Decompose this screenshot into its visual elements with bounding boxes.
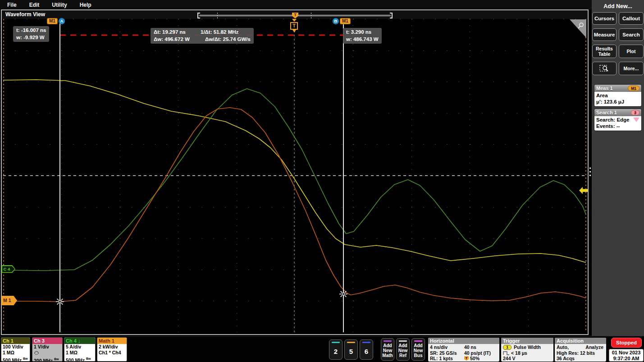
waveform-view-titlebar: Waveform View T bbox=[2, 10, 588, 19]
add-new-header: Add New... bbox=[592, 3, 644, 12]
cursor-b-marker[interactable] bbox=[339, 290, 347, 298]
meas1-value: μ': 123.6 μJ bbox=[596, 99, 639, 105]
settings-bar: Ch 1 100 V/div 1 MΩ 500 MHz Bw Ch 3 1 V/… bbox=[0, 336, 644, 362]
more-button[interactable]: More... bbox=[619, 62, 644, 75]
search1-events: Events: -- bbox=[596, 123, 639, 129]
search1-title: Search 1 bbox=[596, 110, 617, 115]
trigger-panel[interactable]: Trigger 1Pulse Width < 18 μs 244 V bbox=[501, 338, 553, 362]
menu-help[interactable]: Help bbox=[80, 2, 91, 8]
record-tick-right bbox=[311, 13, 311, 18]
plot-button[interactable]: Plot bbox=[619, 45, 644, 58]
search1-result-card[interactable]: Search 1 3 Search: Edge Events: -- bbox=[594, 109, 642, 131]
cursor-a-badges[interactable]: M1 A bbox=[47, 18, 65, 24]
panel-splitter-handle[interactable] bbox=[589, 165, 592, 178]
trigger-arrow-icon bbox=[292, 19, 297, 22]
add-new-math-button[interactable]: AddNew Math bbox=[381, 338, 394, 361]
trigger-t-icon: T bbox=[290, 22, 298, 30]
trigger-position-icon: T bbox=[464, 356, 469, 361]
horizontal-panel[interactable]: Horizontal 4 ns/div 40 ns SR: 25 GS/s 40… bbox=[428, 338, 499, 362]
add-new-ref-button[interactable]: AddNew Ref bbox=[396, 338, 410, 361]
ch4-offset-arrow-icon: ↓ bbox=[78, 338, 81, 344]
meas1-source-badge: M1 bbox=[628, 86, 639, 91]
menu-edit[interactable]: Edit bbox=[29, 2, 40, 8]
cursor-delta-readout: Δt: 19.297 ns 1/Δt: 51.82 MHz Δw: 496.67… bbox=[151, 28, 254, 44]
trigger-source-badge: 1 bbox=[503, 345, 512, 350]
cursor-a-badge[interactable]: A bbox=[59, 18, 65, 24]
scope-button-5[interactable]: 5 bbox=[344, 339, 358, 360]
datetime-display: 01 Nov 2023 9:37:20 AM bbox=[609, 349, 644, 362]
meas1-result-card[interactable]: Meas 1 M1 Area μ': 123.6 μJ bbox=[594, 84, 642, 107]
menu-bar: File Edit Utility Help bbox=[0, 0, 644, 9]
trigger-flag-tip bbox=[292, 30, 296, 32]
cursor-b-readout: t: 3.290 ns w: 486.743 W bbox=[343, 28, 382, 44]
search1-count-badge: 3 bbox=[631, 110, 639, 115]
scope-button-6[interactable]: 6 bbox=[360, 339, 373, 360]
graticule-area: M1 A t: -16.007 ns w: -9.929 W Δt: 19.29… bbox=[3, 19, 586, 332]
search1-type: Search: Edge bbox=[596, 117, 630, 123]
cursor-a-marker[interactable] bbox=[56, 298, 64, 306]
ch1-badge[interactable]: Ch 1 100 V/div 1 MΩ 500 MHz Bw bbox=[1, 337, 30, 362]
acquisition-panel[interactable]: Acquisition Auto, Analyze High Res: 12 b… bbox=[555, 338, 606, 362]
record-trigger-marker[interactable]: T bbox=[292, 13, 298, 18]
probe-icon bbox=[32, 350, 62, 356]
falling-edge-icon bbox=[633, 118, 639, 122]
pulse-width-icon bbox=[503, 351, 510, 355]
waveform-view-window: Waveform View T M1 A t: -16.007 ns w: -9… bbox=[1, 9, 589, 335]
record-right-bracket bbox=[390, 13, 393, 18]
record-view-minimap[interactable]: T bbox=[197, 13, 393, 18]
meas1-type: Area bbox=[596, 92, 639, 99]
scope-button-2[interactable]: 2 bbox=[329, 339, 343, 360]
cursor-a-readout: t: -16.007 ns w: -9.929 W bbox=[13, 26, 49, 42]
meas-m1-badge: M1 bbox=[340, 18, 351, 24]
results-sidebar: Add New... Cursors Callout Measure Searc… bbox=[592, 0, 644, 336]
math1-badge[interactable]: Math 1 2 kW/div Ch1 * Ch4 bbox=[97, 337, 127, 362]
menu-utility[interactable]: Utility bbox=[52, 2, 67, 8]
record-left-bracket bbox=[197, 13, 200, 18]
zoom-area-icon bbox=[599, 64, 609, 72]
add-new-bus-button[interactable]: AddNew Bus bbox=[411, 338, 425, 361]
search-button[interactable]: Search bbox=[619, 28, 644, 41]
cursors-button[interactable]: Cursors bbox=[592, 12, 617, 25]
cursor-b-badge[interactable]: B bbox=[333, 18, 339, 24]
meas-m1-badge: M1 bbox=[47, 18, 58, 24]
ch3-badge[interactable]: Ch 3 1 V/div 200 MHz Bw bbox=[32, 337, 63, 362]
magnifier-icon bbox=[577, 22, 585, 29]
results-table-button[interactable]: Results Table bbox=[592, 45, 617, 58]
ch4-badge[interactable]: Ch 4 ↓ 5 A/div 1 MΩ 500 MHz Bw bbox=[64, 337, 96, 362]
run-stop-button[interactable]: Stopped bbox=[611, 338, 642, 348]
record-tick-left bbox=[217, 13, 218, 18]
cursor-b-badges[interactable]: B M1 bbox=[333, 18, 351, 24]
zoom-mode-button[interactable] bbox=[592, 62, 617, 75]
callout-button[interactable]: Callout bbox=[619, 12, 644, 25]
trigger-flag[interactable]: T bbox=[290, 19, 298, 32]
waveform-ch1[interactable] bbox=[3, 80, 586, 262]
meas1-title: Meas 1 bbox=[596, 86, 613, 91]
menu-file[interactable]: File bbox=[7, 2, 17, 8]
waveform-view-title: Waveform View bbox=[5, 11, 45, 18]
measure-button[interactable]: Measure bbox=[592, 28, 617, 41]
graticule bbox=[3, 19, 586, 332]
